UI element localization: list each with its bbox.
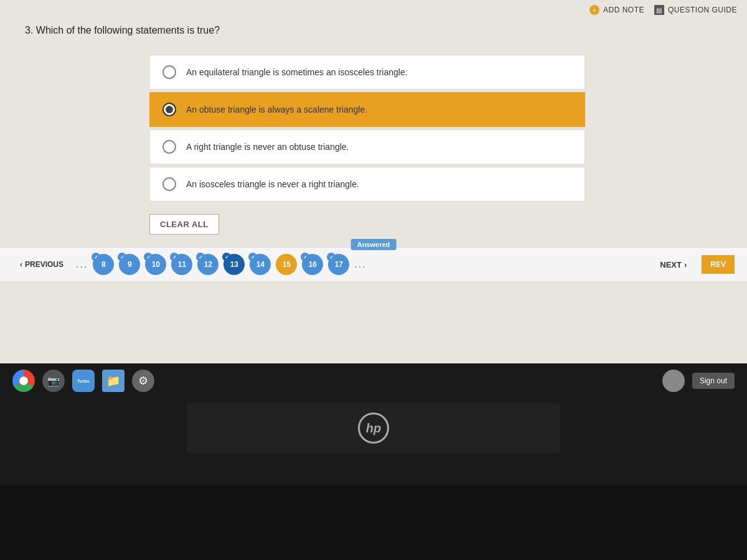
- question-circle-15[interactable]: 15: [276, 254, 297, 275]
- answer-option-c[interactable]: A right triangle is never an obtuse tria…: [149, 129, 585, 164]
- quiz-area: + ADD NOTE ▤ QUESTION GUIDE 3. Which of …: [0, 0, 747, 363]
- question-circle-11[interactable]: ✓ 11: [171, 254, 192, 275]
- folder-icon[interactable]: 📁: [102, 370, 125, 392]
- taskbar: 📷 Turbo 📁 ⚙ Sign out: [0, 363, 747, 398]
- question-text: 3. Which of the following statements is …: [25, 25, 722, 36]
- radio-a: [162, 65, 176, 79]
- turbo-icon[interactable]: Turbo: [72, 370, 95, 392]
- keyboard-inner: hp: [187, 403, 560, 453]
- radio-b: [162, 103, 176, 116]
- question-circle-10[interactable]: ✓ 10: [145, 254, 166, 275]
- question-circle-17[interactable]: ✓ 17: [328, 254, 349, 275]
- hp-logo: hp: [358, 413, 389, 444]
- question-guide-button[interactable]: ▤ QUESTION GUIDE: [654, 5, 737, 15]
- add-note-icon: +: [590, 5, 599, 15]
- previous-button[interactable]: ‹ PREVIOUS: [12, 256, 71, 273]
- check-9: ✓: [118, 253, 126, 261]
- answered-badge: Answered: [351, 239, 397, 250]
- nav-dots-right: ...: [354, 259, 366, 270]
- clear-all-button[interactable]: CLEAR ALL: [149, 214, 219, 235]
- question-section: 3. Which of the following statements is …: [0, 0, 747, 247]
- answer-option-d[interactable]: An isosceles triangle is never a right t…: [149, 167, 585, 202]
- check-8: ✓: [92, 253, 100, 261]
- radio-c: [162, 140, 176, 154]
- add-note-button[interactable]: + ADD NOTE: [590, 5, 644, 15]
- radio-d: [162, 177, 176, 191]
- top-bar: + ADD NOTE ▤ QUESTION GUIDE: [580, 0, 747, 20]
- question-circle-14[interactable]: ✓ 14: [250, 254, 271, 275]
- radio-b-inner: [166, 106, 173, 113]
- review-button[interactable]: REV: [702, 255, 735, 274]
- answers-container: An equilateral triangle is sometimes an …: [149, 55, 585, 202]
- question-guide-icon: ▤: [654, 5, 664, 15]
- question-circle-9[interactable]: ✓ 9: [119, 254, 140, 275]
- bottom-nav: Answered ‹ PREVIOUS ... ✓ 8 ✓ 9 ✓ 10 ✓ 1…: [0, 247, 747, 281]
- gear-icon[interactable]: ⚙: [132, 370, 154, 392]
- question-circle-8[interactable]: ✓ 8: [93, 254, 114, 275]
- user-avatar[interactable]: [662, 370, 685, 392]
- keyboard-area: hp: [0, 398, 747, 485]
- nav-dots-left: ...: [76, 259, 88, 270]
- laptop-base: [0, 485, 747, 560]
- question-circle-12[interactable]: ✓ 12: [197, 254, 218, 275]
- sign-out-button[interactable]: Sign out: [692, 373, 735, 389]
- chrome-icon[interactable]: [12, 370, 35, 392]
- next-button[interactable]: NEXT ›: [650, 255, 697, 274]
- answer-option-b[interactable]: An obtuse triangle is always a scalene t…: [149, 92, 585, 127]
- camera-icon[interactable]: 📷: [42, 370, 65, 392]
- question-circle-13[interactable]: ✓ 13: [223, 254, 245, 275]
- question-circle-16[interactable]: ✓ 16: [302, 254, 323, 275]
- answer-option-a[interactable]: An equilateral triangle is sometimes an …: [149, 55, 585, 90]
